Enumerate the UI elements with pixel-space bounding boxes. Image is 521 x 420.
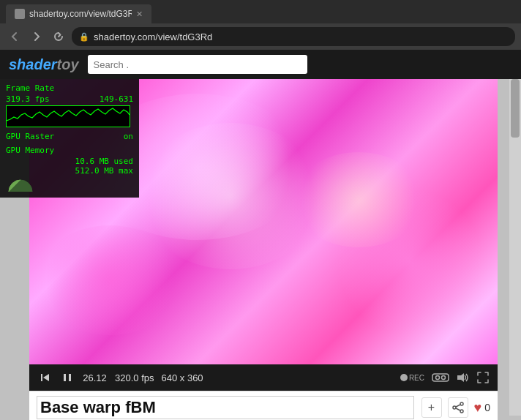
svg-rect-4 bbox=[432, 374, 449, 381]
tab-bar: shadertoy.com/view/tdG3Rd ✕ bbox=[0, 0, 521, 23]
tab-favicon bbox=[15, 9, 25, 19]
svg-point-10 bbox=[453, 406, 456, 409]
svg-marker-1 bbox=[43, 374, 49, 381]
svg-rect-2 bbox=[64, 374, 66, 381]
gpu-raster-label: GPU Raster bbox=[6, 132, 54, 141]
site-logo: shadertoy bbox=[9, 56, 79, 73]
page-scrollbar[interactable] bbox=[509, 79, 521, 416]
browser-toolbar: 🔒 shadertoy.com/view/tdG3Rd bbox=[0, 23, 521, 50]
rec-dot-icon bbox=[400, 374, 408, 381]
playback-time: 26.12 bbox=[82, 372, 108, 383]
like-count: 0 bbox=[484, 402, 490, 413]
tab-title: shadertoy.com/view/tdG3Rd bbox=[29, 9, 132, 19]
heart-icon: ♥ bbox=[474, 400, 482, 416]
add-button[interactable]: + bbox=[421, 397, 442, 418]
browser-tab[interactable]: shadertoy.com/view/tdG3Rd ✕ bbox=[6, 4, 151, 23]
scrollbar-thumb[interactable] bbox=[511, 79, 520, 138]
rec-label: REC bbox=[409, 374, 424, 382]
shader-blob bbox=[37, 225, 183, 335]
share-button[interactable] bbox=[448, 397, 468, 418]
memory-used: 10.6 MB used bbox=[75, 157, 133, 166]
vr-button[interactable] bbox=[432, 372, 449, 383]
performance-overlay: Frame Rate 319.3 fps 149-631 GPU Raster … bbox=[0, 79, 139, 198]
svg-line-11 bbox=[456, 405, 460, 407]
like-button[interactable]: ♥ 0 bbox=[474, 400, 490, 416]
info-bar: + ♥ 0 Views: 22 bbox=[29, 391, 498, 420]
address-bar[interactable]: 🔒 shadertoy.com/view/tdG3Rd bbox=[72, 27, 515, 46]
address-text: shadertoy.com/view/tdG3Rd bbox=[94, 31, 212, 42]
gpu-memory-values: 10.6 MB used 512.0 MB max bbox=[6, 157, 133, 176]
back-button[interactable] bbox=[6, 28, 23, 45]
frame-rate-label: Frame Rate bbox=[6, 83, 133, 93]
info-actions: + ♥ 0 bbox=[421, 397, 490, 418]
info-title-row: + ♥ 0 bbox=[29, 391, 498, 420]
site-header: shadertoy bbox=[0, 50, 521, 79]
svg-point-5 bbox=[436, 376, 440, 380]
fps-graph bbox=[6, 105, 130, 127]
svg-rect-0 bbox=[41, 374, 42, 381]
svg-point-8 bbox=[460, 402, 463, 405]
browser-chrome: shadertoy.com/view/tdG3Rd ✕ 🔒 shadertoy.… bbox=[0, 0, 521, 50]
tab-close-button[interactable]: ✕ bbox=[136, 10, 143, 19]
fps-range: 149-631 bbox=[100, 94, 133, 104]
play-pause-button[interactable] bbox=[60, 370, 75, 385]
svg-point-9 bbox=[460, 410, 463, 413]
fullscreen-button[interactable] bbox=[477, 372, 489, 383]
svg-marker-7 bbox=[457, 373, 464, 382]
gpu-raster-row: GPU Raster on bbox=[6, 132, 133, 141]
svg-point-6 bbox=[442, 376, 446, 380]
refresh-button[interactable] bbox=[50, 28, 67, 45]
playback-resolution: 640 x 360 bbox=[162, 372, 203, 383]
fps-value: 319.3 fps bbox=[6, 94, 50, 104]
skip-back-button[interactable] bbox=[38, 370, 53, 385]
svg-rect-3 bbox=[69, 374, 71, 381]
forward-button[interactable] bbox=[28, 28, 45, 45]
shader-blob bbox=[293, 152, 424, 247]
gpu-memory-label: GPU Memory bbox=[6, 146, 133, 155]
gpu-memory-bar bbox=[6, 177, 133, 193]
gpu-raster-value: on bbox=[124, 132, 133, 141]
player-controls: 26.12 320.0 fps 640 x 360 REC bbox=[29, 364, 498, 391]
fps-row: 319.3 fps 149-631 bbox=[6, 94, 133, 104]
memory-max: 512.0 MB max bbox=[75, 166, 133, 176]
page-content: shadertoy Frame Rate 319.3 fps 149-631 G… bbox=[0, 50, 521, 420]
svg-line-12 bbox=[456, 408, 460, 410]
lock-icon: 🔒 bbox=[79, 32, 89, 42]
volume-button[interactable] bbox=[457, 372, 470, 383]
rec-button[interactable]: REC bbox=[400, 374, 424, 382]
search-input[interactable] bbox=[88, 55, 307, 74]
shader-title-input[interactable] bbox=[37, 396, 414, 419]
playback-fps: 320.0 fps bbox=[115, 372, 154, 383]
add-icon: + bbox=[428, 401, 435, 414]
